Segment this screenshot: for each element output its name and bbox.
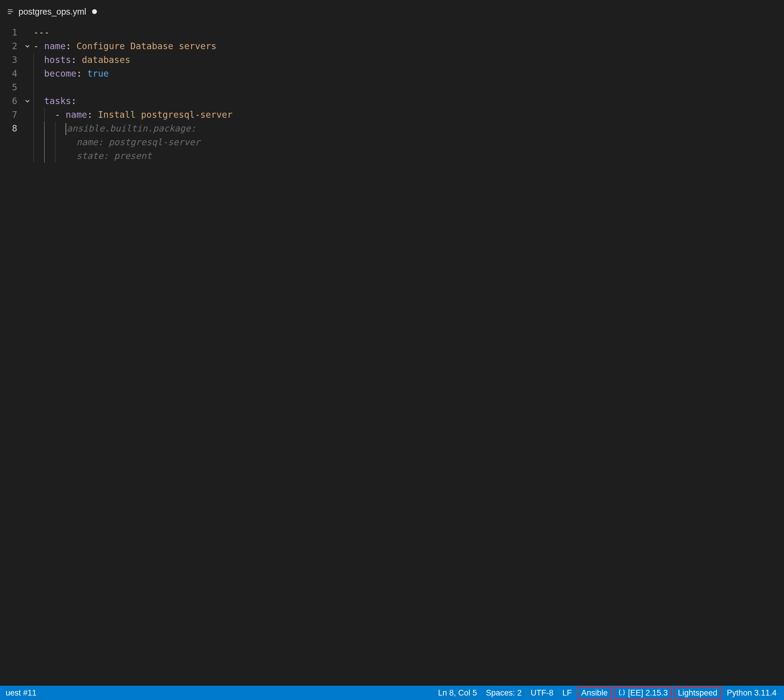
tab-label: postgres_ops.yml xyxy=(18,7,86,17)
line-number: 4 xyxy=(0,67,22,80)
token: name: postgresql-server xyxy=(66,137,200,147)
tab-postgres-ops[interactable]: postgres_ops.yml xyxy=(0,0,105,23)
token: Configure Database servers xyxy=(77,41,217,51)
line-number: 7 xyxy=(0,108,22,122)
fold-toggle xyxy=(22,149,33,163)
token: : xyxy=(71,96,76,106)
code-line[interactable]: - name: Install postgresql-server xyxy=(33,108,784,122)
tab-bar: postgres_ops.yml xyxy=(0,0,784,23)
status-spaces-label: Spaces: 2 xyxy=(486,688,522,698)
token: tasks xyxy=(44,96,71,106)
braces-icon xyxy=(618,689,626,697)
token: --- xyxy=(33,27,50,38)
fold-toggle xyxy=(22,80,33,94)
fold-toggle xyxy=(22,67,33,80)
status-ln-col[interactable]: Ln 8, Col 5 xyxy=(433,687,481,699)
status-encoding-label: UTF-8 xyxy=(531,688,554,698)
status-lightspeed[interactable]: Lightspeed xyxy=(674,687,721,699)
token: : xyxy=(76,68,87,79)
line-number-gutter: 12345678 xyxy=(0,23,22,686)
line-number: 5 xyxy=(0,80,22,94)
fold-toggle[interactable] xyxy=(22,39,33,53)
fold-toggle xyxy=(22,53,33,67)
token: : xyxy=(71,55,82,65)
dirty-indicator-icon xyxy=(92,9,97,14)
token: state: present xyxy=(66,150,152,161)
status-ln-col-label: Ln 8, Col 5 xyxy=(438,688,477,698)
token: true xyxy=(87,68,109,79)
code-line[interactable]: --- xyxy=(33,26,784,39)
status-language-mode-label: Ansible xyxy=(581,688,608,698)
ghost-line[interactable]: name: postgresql-server xyxy=(33,135,784,149)
line-number: 8 xyxy=(0,122,22,135)
token: become xyxy=(44,68,76,79)
code-line[interactable] xyxy=(33,80,784,94)
line-number: 1 xyxy=(0,26,22,39)
code-area[interactable]: ---- name: Configure Database servershos… xyxy=(33,23,784,686)
status-ee-version[interactable]: [EE] 2.15.3 xyxy=(614,687,672,699)
line-number xyxy=(0,149,22,163)
token: databases xyxy=(82,55,131,65)
status-pull-request-label: uest #11 xyxy=(6,688,37,698)
status-lightspeed-label: Lightspeed xyxy=(678,688,717,698)
token: hosts xyxy=(44,55,71,65)
yaml-file-icon xyxy=(7,8,14,15)
token: ansible.builtin.package: xyxy=(67,123,196,133)
fold-toggle xyxy=(22,108,33,122)
token: name xyxy=(44,41,66,51)
line-number: 2 xyxy=(0,39,22,53)
line-number: 3 xyxy=(0,53,22,67)
chevron-down-icon xyxy=(24,43,31,50)
status-language-mode[interactable]: Ansible xyxy=(578,687,612,699)
fold-toggle xyxy=(22,122,33,135)
token: Install postgresql-server xyxy=(98,109,233,120)
token: name xyxy=(66,109,87,120)
line-number: 6 xyxy=(0,94,22,108)
token: - xyxy=(33,41,44,51)
status-pull-request[interactable]: uest #11 xyxy=(1,687,41,699)
token: : xyxy=(66,41,76,51)
status-ee-version-label: [EE] 2.15.3 xyxy=(628,688,668,698)
chevron-down-icon xyxy=(24,97,31,105)
status-eol[interactable]: LF xyxy=(558,687,576,699)
token: - xyxy=(55,109,66,120)
text-cursor xyxy=(66,123,66,135)
code-line[interactable]: hosts: databases xyxy=(33,53,784,67)
status-eol-label: LF xyxy=(563,688,572,698)
line-number xyxy=(0,135,22,149)
fold-toggle xyxy=(22,26,33,39)
fold-toggle xyxy=(22,135,33,149)
ghost-line[interactable]: state: present xyxy=(33,149,784,163)
code-line[interactable]: - name: Configure Database servers xyxy=(33,39,784,53)
code-line[interactable]: tasks: xyxy=(33,94,784,108)
token: : xyxy=(87,109,98,120)
svg-point-3 xyxy=(621,694,622,695)
status-encoding[interactable]: UTF-8 xyxy=(526,687,558,699)
status-bar: uest #11 Ln 8, Col 5 Spaces: 2 UTF-8 LF … xyxy=(0,686,784,700)
code-line[interactable]: become: true xyxy=(33,67,784,80)
status-python-label: Python 3.11.4 xyxy=(727,688,777,698)
status-python[interactable]: Python 3.11.4 xyxy=(722,687,781,699)
code-editor[interactable]: 12345678 ---- name: Configure Database s… xyxy=(0,23,784,686)
fold-gutter xyxy=(22,23,33,686)
code-line[interactable]: ansible.builtin.package: xyxy=(33,122,784,135)
status-spaces[interactable]: Spaces: 2 xyxy=(481,687,526,699)
fold-toggle[interactable] xyxy=(22,94,33,108)
